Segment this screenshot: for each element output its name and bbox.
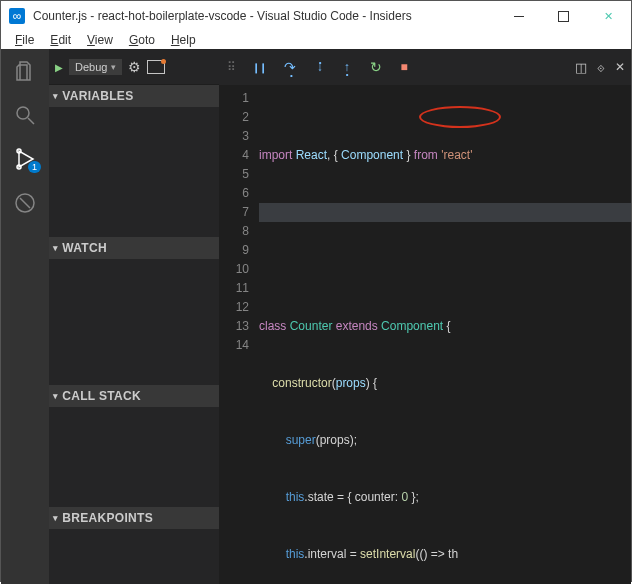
debug-config-select[interactable]: Debug [69,59,122,75]
vscode-icon [9,8,25,24]
menu-help[interactable]: Help [163,31,204,49]
variables-section-header[interactable]: VARIABLES [49,85,219,107]
step-out-button[interactable] [344,60,353,74]
debug-toolbar [219,49,631,85]
activity-bar: 1 [1,49,49,584]
maximize-button[interactable] [541,1,586,31]
callstack-body [49,407,219,507]
svg-line-5 [20,198,30,208]
debug-icon[interactable]: 1 [13,147,37,171]
debug-settings-button[interactable] [128,59,141,75]
editor-more-icon[interactable] [597,60,605,75]
debug-console-button[interactable] [147,60,165,74]
explorer-icon[interactable] [13,59,37,83]
window-title: Counter.js - react-hot-boilerplate-vscod… [33,9,496,23]
menu-file[interactable]: File [7,31,42,49]
annotation-circle-1 [419,106,501,128]
svg-line-1 [28,118,34,124]
variables-body [49,107,219,237]
code-body[interactable]: import React, { Component } from 'react'… [259,85,631,584]
svg-point-0 [17,107,29,119]
extensions-icon[interactable] [13,191,37,215]
toolbar-grip[interactable] [227,60,234,74]
editor-area: 1234567891011121314 import React, { Comp… [219,49,631,584]
breakpoints-section-header[interactable]: BREAKPOINTS [49,507,219,529]
pause-button[interactable] [252,60,266,74]
minimize-button[interactable] [496,1,541,31]
callstack-section-header[interactable]: CALL STACK [49,385,219,407]
menu-edit[interactable]: Edit [42,31,79,49]
close-window-button[interactable] [586,1,631,31]
debug-run-bar: Debug [49,49,219,85]
window-titlebar: Counter.js - react-hot-boilerplate-vscod… [1,1,631,31]
step-into-button[interactable] [317,60,326,74]
menu-goto[interactable]: Goto [121,31,163,49]
step-over-button[interactable] [284,59,299,75]
split-editor-icon[interactable] [575,60,587,75]
debug-sidebar: Debug VARIABLES WATCH CALL STACK BREAKPO… [49,49,219,584]
restart-button[interactable] [370,59,382,75]
start-debug-button[interactable] [55,60,63,74]
code-editor[interactable]: 1234567891011121314 import React, { Comp… [219,85,631,584]
watch-section-header[interactable]: WATCH [49,237,219,259]
stop-button[interactable] [400,60,407,74]
search-icon[interactable] [13,103,37,127]
line-gutter: 1234567891011121314 [219,85,259,584]
debug-badge: 1 [28,161,41,173]
menu-view[interactable]: View [79,31,121,49]
menu-bar: File Edit View Goto Help [1,31,631,49]
editor-close-icon[interactable] [615,60,625,74]
watch-body [49,259,219,385]
